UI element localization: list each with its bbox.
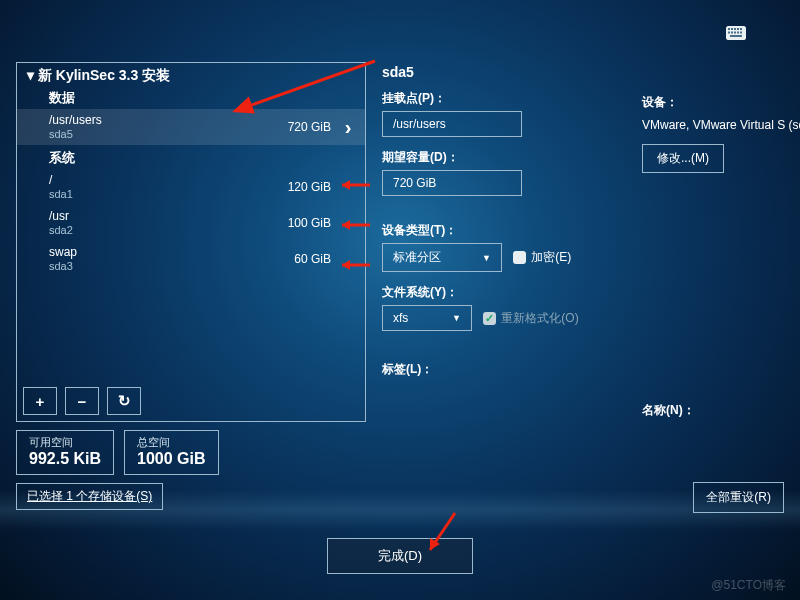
svg-rect-8 xyxy=(734,32,736,34)
checkbox-icon xyxy=(513,251,526,264)
partition-row-sda5[interactable]: /usr/userssda5 720 GiB xyxy=(17,109,365,145)
mount-point-input[interactable]: /usr/users xyxy=(382,111,522,137)
done-button[interactable]: 完成(D) xyxy=(327,538,473,574)
selected-storage-button[interactable]: 已选择 1 个存储设备(S) xyxy=(16,483,163,510)
svg-rect-9 xyxy=(737,32,739,34)
available-space-box: 可用空间 992.5 KiB xyxy=(16,430,114,475)
svg-rect-4 xyxy=(737,28,739,30)
partition-row-sda3[interactable]: swapsda3 60 GiB xyxy=(17,241,365,277)
mount-label: /usr/users xyxy=(49,114,102,127)
total-space-box: 总空间 1000 GiB xyxy=(124,430,218,475)
chevron-down-icon: ▼ xyxy=(452,313,461,323)
svg-rect-1 xyxy=(728,28,730,30)
encrypt-checkbox[interactable]: 加密(E) xyxy=(513,249,571,266)
reformat-checkbox[interactable]: ✓重新格式化(O) xyxy=(483,310,578,327)
watermark: @51CTO博客 xyxy=(711,577,786,594)
partition-title: sda5 xyxy=(382,64,784,80)
add-button[interactable]: + xyxy=(23,387,57,415)
partition-row-sda1[interactable]: /sda1 120 GiB xyxy=(17,169,365,205)
device-type-select[interactable]: 标准分区▼ xyxy=(382,243,502,272)
chevron-right-icon xyxy=(341,117,355,137)
svg-rect-5 xyxy=(740,28,742,30)
reload-button[interactable]: ↻ xyxy=(107,387,141,415)
svg-rect-6 xyxy=(728,32,730,34)
section-data: 数据 xyxy=(17,85,365,109)
partition-row-sda2[interactable]: /usrsda2 100 GiB xyxy=(17,205,365,241)
section-system: 系统 xyxy=(17,145,365,169)
remove-button[interactable]: − xyxy=(65,387,99,415)
chevron-down-icon: ▼ xyxy=(482,253,491,263)
checkbox-checked-icon: ✓ xyxy=(483,312,496,325)
svg-rect-11 xyxy=(730,35,742,37)
svg-rect-10 xyxy=(740,32,742,34)
reset-all-button[interactable]: 全部重设(R) xyxy=(693,482,784,513)
device-value: VMware, VMware Virtual S (sda) xyxy=(642,117,800,134)
filesystem-field: 文件系统(Y)： xfs▼ ✓重新格式化(O) xyxy=(382,284,784,331)
partition-list-panel: ▾ 新 KylinSec 3.3 安装 数据 /usr/userssda5 72… xyxy=(16,62,366,422)
svg-rect-7 xyxy=(731,32,733,34)
svg-rect-2 xyxy=(731,28,733,30)
modify-button[interactable]: 修改...(M) xyxy=(642,144,724,173)
svg-rect-3 xyxy=(734,28,736,30)
size-label: 720 GiB xyxy=(102,120,341,134)
capacity-input[interactable]: 720 GiB xyxy=(382,170,522,196)
keyboard-icon[interactable] xyxy=(726,26,746,40)
install-title[interactable]: ▾ 新 KylinSec 3.3 安装 xyxy=(17,63,365,85)
tag-field: 标签(L)： xyxy=(382,361,784,378)
filesystem-select[interactable]: xfs▼ xyxy=(382,305,472,331)
device-label: sda5 xyxy=(49,128,102,140)
device-type-field: 设备类型(T)： 标准分区▼ 加密(E) xyxy=(382,222,784,272)
